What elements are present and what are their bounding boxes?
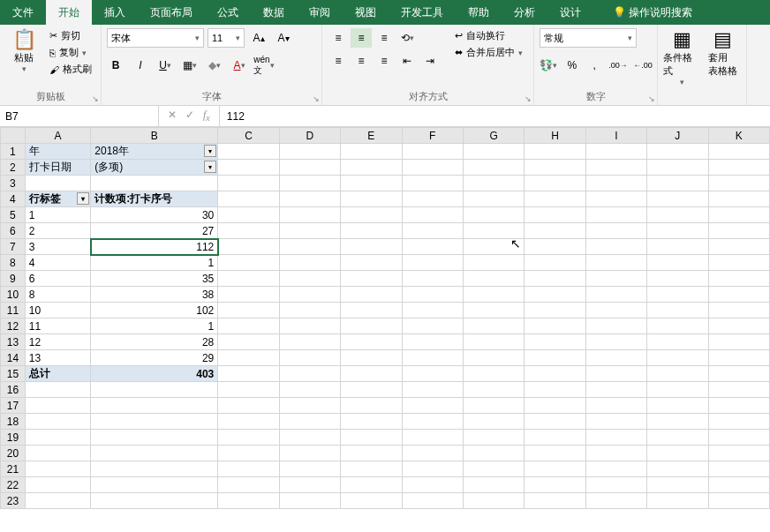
comma-button[interactable]: , bbox=[587, 56, 603, 74]
cell-J12[interactable] bbox=[647, 318, 708, 334]
cell-B21[interactable] bbox=[91, 461, 218, 477]
cell-H19[interactable] bbox=[525, 430, 585, 446]
row-header-22[interactable]: 22 bbox=[1, 477, 26, 493]
merge-center-button[interactable]: ⬌合并后居中▾ bbox=[451, 45, 526, 60]
name-box-input[interactable] bbox=[0, 106, 158, 126]
cell-D9[interactable] bbox=[279, 271, 340, 287]
currency-button[interactable]: 💱▾ bbox=[540, 56, 557, 74]
cell-A9[interactable]: 6 bbox=[25, 271, 90, 287]
cell-G11[interactable] bbox=[463, 303, 524, 318]
cell-A21[interactable] bbox=[25, 461, 90, 477]
cell-H13[interactable] bbox=[525, 334, 585, 350]
cell-A1[interactable]: 年 bbox=[25, 144, 90, 160]
cell-G22[interactable] bbox=[463, 477, 524, 493]
cell-B4[interactable]: 计数项:打卡序号 bbox=[91, 191, 218, 207]
cell-I1[interactable] bbox=[585, 144, 646, 160]
select-all-corner[interactable] bbox=[1, 128, 26, 144]
cell-B13[interactable]: 28 bbox=[91, 334, 218, 350]
cell-A13[interactable]: 12 bbox=[25, 334, 90, 350]
cell-K15[interactable] bbox=[708, 366, 769, 382]
cell-F20[interactable] bbox=[402, 446, 463, 461]
cell-C18[interactable] bbox=[218, 414, 279, 430]
cell-C11[interactable] bbox=[218, 303, 279, 318]
cell-B10[interactable]: 38 bbox=[91, 287, 218, 303]
cell-C12[interactable] bbox=[218, 318, 279, 334]
cell-E16[interactable] bbox=[341, 382, 402, 398]
cell-H20[interactable] bbox=[525, 446, 585, 461]
cell-H23[interactable] bbox=[525, 493, 585, 509]
cell-F5[interactable] bbox=[402, 207, 463, 223]
cell-D12[interactable] bbox=[279, 318, 340, 334]
cell-D5[interactable] bbox=[279, 207, 340, 223]
cell-K1[interactable] bbox=[708, 144, 769, 160]
format-painter-button[interactable]: 🖌格式刷 bbox=[46, 62, 95, 77]
cell-J9[interactable] bbox=[647, 271, 708, 287]
cell-B9[interactable]: 35 bbox=[91, 271, 218, 287]
cell-B18[interactable] bbox=[91, 414, 218, 430]
cell-I15[interactable] bbox=[585, 366, 646, 382]
cell-F6[interactable] bbox=[402, 223, 463, 239]
cell-A19[interactable] bbox=[25, 430, 90, 446]
cell-J18[interactable] bbox=[647, 414, 708, 430]
cell-E15[interactable] bbox=[341, 366, 402, 382]
cell-J16[interactable] bbox=[647, 382, 708, 398]
cell-C22[interactable] bbox=[218, 477, 279, 493]
cell-F2[interactable] bbox=[402, 160, 463, 176]
cell-C15[interactable] bbox=[218, 366, 279, 382]
cell-H16[interactable] bbox=[525, 382, 585, 398]
number-format-select[interactable]: 常规▾ bbox=[540, 28, 637, 48]
row-header-20[interactable]: 20 bbox=[1, 446, 26, 461]
cell-I16[interactable] bbox=[585, 382, 646, 398]
cell-A22[interactable] bbox=[25, 477, 90, 493]
cell-J11[interactable] bbox=[647, 303, 708, 318]
cell-I19[interactable] bbox=[585, 430, 646, 446]
formula-input[interactable] bbox=[219, 106, 770, 126]
cell-B5[interactable]: 30 bbox=[91, 207, 218, 223]
cell-B12[interactable]: 1 bbox=[91, 318, 218, 334]
cell-C16[interactable] bbox=[218, 382, 279, 398]
dialog-launcher-icon[interactable]: ↘ bbox=[648, 94, 655, 103]
cell-D16[interactable] bbox=[279, 382, 340, 398]
cell-J4[interactable] bbox=[647, 191, 708, 207]
align-top-button[interactable]: ≡ bbox=[328, 28, 349, 48]
cell-E4[interactable] bbox=[341, 191, 402, 207]
cell-A15[interactable]: 总计 bbox=[25, 366, 90, 382]
tab-开始[interactable]: 开始 bbox=[46, 0, 92, 25]
cell-G17[interactable] bbox=[463, 398, 524, 414]
cell-D15[interactable] bbox=[279, 366, 340, 382]
cell-K12[interactable] bbox=[708, 318, 769, 334]
cell-D6[interactable] bbox=[279, 223, 340, 239]
cell-I22[interactable] bbox=[585, 477, 646, 493]
cell-E8[interactable] bbox=[341, 255, 402, 271]
cell-C13[interactable] bbox=[218, 334, 279, 350]
cell-I11[interactable] bbox=[585, 303, 646, 318]
cell-A6[interactable]: 2 bbox=[25, 223, 90, 239]
cell-F1[interactable] bbox=[402, 144, 463, 160]
cell-K11[interactable] bbox=[708, 303, 769, 318]
cell-B22[interactable] bbox=[91, 477, 218, 493]
tell-me-search[interactable]: 💡 操作说明搜索 bbox=[600, 0, 705, 25]
cell-A16[interactable] bbox=[25, 382, 90, 398]
row-header-8[interactable]: 8 bbox=[1, 255, 26, 271]
cell-G13[interactable] bbox=[463, 334, 524, 350]
cell-H22[interactable] bbox=[525, 477, 585, 493]
row-header-10[interactable]: 10 bbox=[1, 287, 26, 303]
cell-J5[interactable] bbox=[647, 207, 708, 223]
cell-E5[interactable] bbox=[341, 207, 402, 223]
cell-G4[interactable] bbox=[463, 191, 524, 207]
cell-H10[interactable] bbox=[525, 287, 585, 303]
cell-H12[interactable] bbox=[525, 318, 585, 334]
cell-I3[interactable] bbox=[585, 176, 646, 191]
increase-font-button[interactable]: A▴ bbox=[248, 28, 269, 48]
cell-I6[interactable] bbox=[585, 223, 646, 239]
cell-D20[interactable] bbox=[279, 446, 340, 461]
cell-C17[interactable] bbox=[218, 398, 279, 414]
row-header-7[interactable]: 7 bbox=[1, 239, 26, 255]
cell-J6[interactable] bbox=[647, 223, 708, 239]
tab-页面布局[interactable]: 页面布局 bbox=[138, 0, 205, 25]
col-header-F[interactable]: F bbox=[402, 128, 463, 144]
enter-formula-button[interactable]: ✓ bbox=[185, 109, 194, 123]
cell-H3[interactable] bbox=[525, 176, 585, 191]
cell-I5[interactable] bbox=[585, 207, 646, 223]
copy-button[interactable]: ⎘复制▾ bbox=[46, 45, 95, 60]
